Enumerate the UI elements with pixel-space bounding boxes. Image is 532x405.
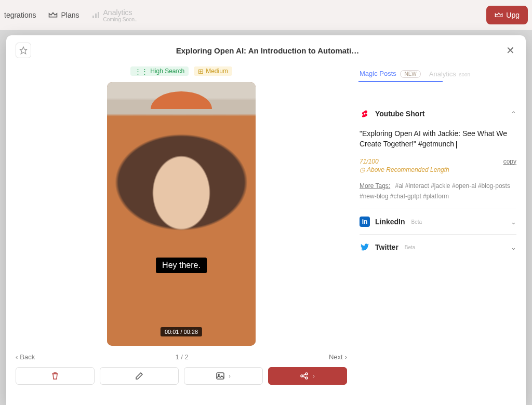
video-column: ⋮⋮High Search ⊞Medium Hey there. 00:01 /…: [16, 65, 347, 401]
accordion-header-linkedin[interactable]: in LinkedIn Beta ⌄: [360, 217, 516, 227]
more-tags: More Tags: #ai #interact #jackie #open-a…: [360, 181, 516, 202]
chevron-down-icon: ⌄: [511, 244, 516, 251]
accordion-title: Twitter: [375, 243, 398, 251]
back-button[interactable]: ‹ Back: [16, 353, 35, 361]
text-cursor: [456, 141, 457, 148]
new-pill: NEW: [400, 70, 420, 78]
accordion-title: LinkedIn: [375, 218, 405, 226]
close-button[interactable]: ✕: [504, 44, 516, 57]
next-button[interactable]: Next ›: [329, 353, 347, 361]
video-preview[interactable]: Hey there. 00:01 / 00:28: [107, 82, 256, 346]
tab-magic-posts[interactable]: Magic Posts NEW: [360, 70, 421, 81]
modal-header: Exploring Open AI: An Introduction to Au…: [6, 35, 526, 65]
platform-accordion: Youtube Short ⌃ "Exploring Open AI with …: [360, 101, 516, 260]
chart-icon: [92, 11, 100, 19]
top-nav-left: tegrations Plans Analytics Coming Soon..: [4, 8, 138, 22]
accordion-youtube: Youtube Short ⌃ "Exploring Open AI with …: [360, 101, 516, 209]
svg-rect-4: [217, 373, 224, 379]
delete-button[interactable]: [16, 367, 95, 385]
favorite-toggle[interactable]: [16, 43, 31, 58]
nav-plans[interactable]: Plans: [48, 11, 79, 19]
svg-rect-2: [98, 12, 99, 18]
high-search-badge: ⋮⋮High Search: [130, 66, 189, 76]
accordion-header-youtube[interactable]: Youtube Short ⌃: [360, 109, 516, 119]
post-meta-row: 71/100 copy: [360, 158, 516, 165]
twitter-icon: [360, 242, 370, 252]
accordion-header-twitter[interactable]: Twitter Beta ⌄: [360, 242, 516, 252]
badges-row: ⋮⋮High Search ⊞Medium: [130, 66, 232, 76]
beta-tag: Beta: [405, 245, 416, 250]
more-tags-label: More Tags:: [360, 182, 390, 190]
crown-icon: [48, 11, 58, 19]
svg-rect-1: [95, 14, 97, 18]
length-warning: ◷ Above Recommended Length: [360, 166, 516, 173]
chevron-down-icon: ⌄: [511, 218, 516, 226]
post-panel: Magic Posts NEW Analytics soon Youtube S…: [360, 65, 516, 401]
tab-analytics: Analytics soon: [429, 70, 470, 81]
modal-body: ⋮⋮High Search ⊞Medium Hey there. 00:01 /…: [6, 65, 526, 405]
svg-point-8: [305, 377, 308, 379]
accordion-title: Youtube Short: [375, 110, 424, 118]
trash-icon: [51, 372, 59, 380]
close-icon: ✕: [506, 44, 515, 57]
clip-editor-modal: Exploring Open AI: An Introduction to Au…: [6, 35, 526, 405]
upgrade-button[interactable]: Upg: [486, 6, 528, 24]
svg-rect-0: [92, 16, 94, 18]
nav-plans-label: Plans: [61, 11, 79, 19]
star-icon: [19, 46, 28, 55]
clock-icon: ◷: [360, 166, 365, 173]
crown-icon: [495, 12, 503, 18]
char-count: 71/100: [360, 158, 379, 165]
share-icon: [300, 372, 309, 380]
linkedin-icon: in: [360, 217, 370, 227]
accordion-body-youtube: "Exploring Open AI with Jackie: See What…: [360, 128, 516, 201]
video-timecode: 00:01 / 00:28: [161, 327, 202, 336]
nav-analytics: Analytics Coming Soon..: [92, 8, 138, 22]
youtube-shorts-icon: [360, 109, 370, 119]
chevron-up-icon: ⌃: [511, 110, 516, 118]
nav-analytics-label: Analytics Coming Soon..: [103, 8, 138, 22]
pager: ‹ Back 1 / 2 Next ›: [16, 353, 347, 361]
svg-point-5: [218, 374, 219, 375]
modal-title: Exploring Open AI: An Introduction to Au…: [31, 46, 504, 55]
upgrade-label: Upg: [506, 11, 520, 19]
headband-shape: [151, 91, 212, 109]
copy-button[interactable]: copy: [503, 158, 516, 165]
chevron-right-icon: ›: [313, 373, 315, 379]
accordion-twitter: Twitter Beta ⌄: [360, 234, 516, 260]
top-nav: tegrations Plans Analytics Coming Soon..…: [0, 0, 532, 30]
svg-point-6: [301, 375, 303, 377]
accordion-linkedin: in LinkedIn Beta ⌄: [360, 209, 516, 234]
chevron-right-icon: ›: [345, 353, 347, 361]
page-indicator: 1 / 2: [175, 353, 188, 361]
svg-point-7: [305, 373, 308, 375]
export-button[interactable]: ›: [184, 367, 263, 385]
medium-badge: ⊞Medium: [194, 66, 232, 76]
action-bar: › ›: [16, 367, 347, 385]
post-tabs: Magic Posts NEW Analytics soon: [360, 70, 516, 85]
video-caption: Hey there.: [156, 258, 207, 273]
chevron-left-icon: ‹: [16, 353, 18, 361]
svg-marker-3: [20, 47, 26, 53]
beta-tag: Beta: [411, 219, 422, 225]
share-button[interactable]: ›: [268, 367, 347, 385]
video-thumbnail: [107, 82, 256, 346]
pencil-icon: [136, 372, 143, 380]
image-icon: [216, 372, 224, 380]
post-text[interactable]: "Exploring Open AI with Jackie: See What…: [360, 128, 516, 150]
edit-button[interactable]: [100, 367, 179, 385]
chevron-right-icon: ›: [229, 373, 231, 379]
nav-integrations[interactable]: tegrations: [4, 11, 36, 19]
